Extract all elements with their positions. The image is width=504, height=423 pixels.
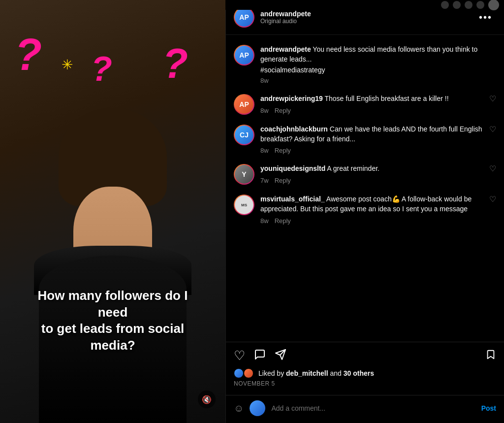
liker-avatar-1: [234, 368, 244, 378]
comment-meta: 8w Reply: [260, 147, 483, 154]
comment-like: ♡: [489, 125, 496, 154]
comment-text: youniquedesignsltd A great reminder.: [260, 164, 483, 174]
comment-meta: 8w Reply: [260, 217, 483, 225]
comment-avatar-inner: AP: [235, 95, 253, 114]
question-mark-3: ?: [162, 39, 188, 88]
comment-meta: 7w Reply: [260, 177, 483, 184]
video-background: ? ✳ ? ? How many followers do I need to …: [0, 0, 225, 423]
comment-item: AP andrewandpete You need less social me…: [226, 40, 504, 89]
comment-avatar[interactable]: AP: [234, 45, 254, 65]
post-author-avatar-inner: AP: [235, 8, 253, 27]
comment-avatar[interactable]: Y: [234, 164, 254, 185]
comment-avatar[interactable]: AP: [234, 94, 254, 115]
reply-button[interactable]: Reply: [275, 107, 291, 114]
like-button[interactable]: ♡: [234, 348, 245, 363]
more-options-button[interactable]: •••: [475, 10, 496, 25]
reply-button[interactable]: Reply: [275, 147, 291, 154]
comments-panel: AP andrewandpete Original audio ••• AP a…: [225, 0, 504, 423]
comment-username[interactable]: youniquedesignsltd: [260, 164, 325, 172]
comment-body: youniquedesignsltd A great reminder. 7w …: [260, 164, 483, 185]
video-caption: How many followers do I need to get lead…: [24, 288, 201, 354]
post-audio-label: Original audio: [260, 18, 475, 25]
comment-body: msvirtuals_official_ Awesome post coach💪…: [260, 195, 483, 224]
comment-text: andrewandpete You need less social media…: [260, 45, 496, 64]
video-panel: ? ✳ ? ? How many followers do I need to …: [0, 0, 225, 423]
comment-meta: 8w Reply: [260, 107, 483, 114]
comment-item: Y youniquedesignsltd A great reminder. 7…: [226, 159, 504, 190]
comment-item: CJ coachjohnblackburn Can we have the le…: [226, 120, 504, 159]
comment-avatar-inner: AP: [235, 46, 253, 65]
comment-avatar-inner: MS: [235, 195, 253, 214]
add-comment-bar: ☺ Post: [226, 395, 504, 423]
heart-icon[interactable]: ♡: [489, 125, 496, 133]
add-comment-input[interactable]: [271, 404, 475, 412]
comment-body: andrewandpete You need less social media…: [260, 45, 496, 84]
likes-count: 30 others: [344, 369, 374, 377]
comment-hashtag: #socialmediastrategy: [260, 66, 496, 74]
comment-item: AP andrewpickering19 Those full English …: [226, 89, 504, 120]
sparkle-icon: ✳: [62, 57, 73, 73]
heart-icon[interactable]: ♡: [489, 95, 496, 103]
reply-button[interactable]: Reply: [275, 217, 291, 225]
comment-time: 8w: [260, 217, 269, 225]
comment-meta: 8w: [260, 77, 496, 84]
comment-time: 8w: [260, 147, 269, 154]
comment-item: MS msvirtuals_official_ Awesome post coa…: [226, 190, 504, 229]
comment-username[interactable]: andrewandpete: [260, 45, 311, 53]
question-mark-1: ?: [15, 30, 42, 80]
heart-icon[interactable]: ♡: [489, 195, 496, 203]
likes-row: Liked by deb_mitchell and 30 others: [234, 368, 496, 378]
comment-username[interactable]: msvirtuals_official_: [260, 195, 325, 203]
comments-list: AP andrewandpete You need less social me…: [226, 35, 504, 342]
comment-button[interactable]: [254, 349, 266, 363]
comment-like: ♡: [489, 164, 496, 185]
post-author-username[interactable]: andrewandpete: [260, 10, 475, 18]
comment-avatar[interactable]: CJ: [234, 125, 254, 145]
bookmark-button[interactable]: [485, 349, 496, 363]
reply-button[interactable]: Reply: [275, 177, 291, 184]
post-date: NOVEMBER 5: [234, 380, 496, 387]
heart-icon[interactable]: ♡: [489, 164, 496, 173]
comment-time: 8w: [260, 107, 269, 114]
comment-avatar[interactable]: MS: [234, 195, 254, 215]
share-button[interactable]: [275, 349, 286, 363]
nav-icon-2: [453, 1, 461, 9]
comment-like: ♡: [489, 195, 496, 224]
post-comment-button[interactable]: Post: [481, 404, 496, 412]
comment-time: 8w: [260, 77, 269, 84]
likes-text: Liked by deb_mitchell and 30 others: [258, 369, 374, 377]
comment-username[interactable]: andrewpickering19: [260, 95, 323, 102]
question-mark-2: ?: [91, 49, 112, 89]
comment-body: andrewpickering19 Those full English bre…: [260, 94, 483, 115]
post-author-avatar[interactable]: AP: [234, 7, 254, 28]
comment-like: ♡: [489, 94, 496, 115]
comment-text: coachjohnblackburn Can we have the leads…: [260, 125, 483, 144]
comment-text: msvirtuals_official_ Awesome post coach💪…: [260, 195, 483, 214]
profile-icon[interactable]: [488, 0, 499, 10]
comment-text: andrewpickering19 Those full English bre…: [260, 94, 483, 104]
current-user-avatar: [250, 400, 265, 416]
post-author-info: andrewandpete Original audio: [260, 10, 475, 25]
nav-icon-3: [465, 1, 472, 9]
nav-icon-4: [476, 1, 484, 9]
liker-avatar-2: [244, 368, 253, 378]
emoji-button[interactable]: ☺: [234, 403, 244, 414]
action-icons-row: ♡: [234, 348, 496, 363]
mute-button[interactable]: 🔇: [198, 390, 216, 408]
comment-avatar-inner: CJ: [235, 126, 253, 144]
comment-time: 7w: [260, 177, 269, 184]
comment-body: coachjohnblackburn Can we have the leads…: [260, 125, 483, 154]
action-bar: ♡ Liked by d: [226, 342, 504, 395]
comment-username[interactable]: coachjohnblackburn: [260, 125, 328, 133]
liker-username[interactable]: deb_mitchell: [286, 369, 328, 377]
nav-icon-1: [441, 1, 449, 9]
comment-avatar-inner: Y: [235, 165, 253, 184]
